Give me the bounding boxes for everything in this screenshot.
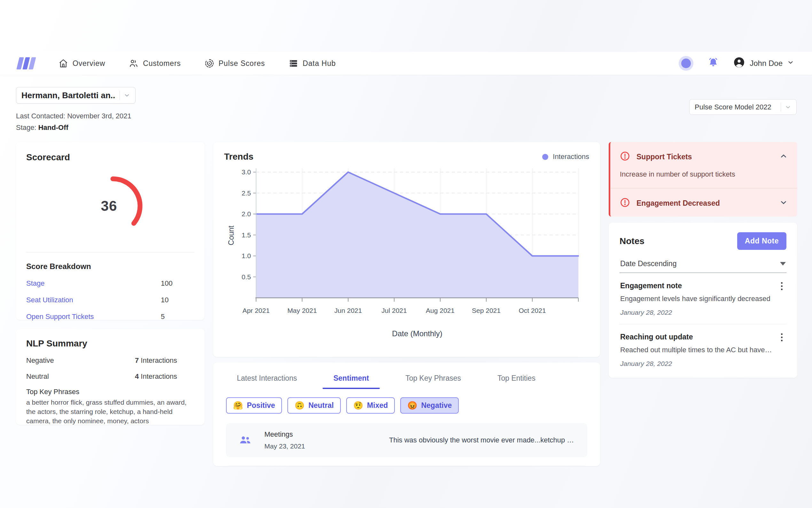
sort-dropdown-arrow-icon (780, 262, 786, 265)
stage-value: Hand-Off (38, 124, 68, 131)
legend-label: Interactions (553, 153, 589, 161)
home-icon (58, 58, 68, 68)
breakdown-value-stage: 100 (161, 279, 194, 288)
negative-emoji-icon: 😡 (407, 401, 417, 410)
note-body: Engagement levels have significantly dec… (620, 295, 774, 303)
status-indicator[interactable] (679, 56, 694, 71)
breakdown-row: Seat Utilization 10 (26, 296, 194, 304)
nlp-label-neutral: Neutral (26, 372, 135, 381)
nlp-row-negative: Negative 7 Interactions (26, 356, 194, 365)
tab-top-entities[interactable]: Top Entities (486, 372, 546, 389)
pulse-model-selector[interactable]: Pulse Score Model 2022 (689, 99, 797, 115)
breakdown-link-seat-utilization[interactable]: Seat Utilization (26, 296, 73, 304)
model-chevron-down-icon (785, 104, 791, 110)
scorecard-card: Scorecard 36 Score Breakdown Stage 100 S… (16, 142, 205, 320)
svg-text:Aug 2021: Aug 2021 (426, 307, 455, 314)
nlp-label-negative: Negative (26, 356, 135, 365)
nav-label-pulse-scores: Pulse Scores (219, 59, 265, 68)
tab-sentiment[interactable]: Sentiment (323, 372, 380, 389)
note-title: Reaching out update (620, 333, 786, 341)
breakdown-row: Stage 100 (26, 279, 194, 288)
trends-chart[interactable]: 0.51.01.52.02.53.0Apr 2021May 2021Jun 20… (224, 162, 589, 347)
nlp-count-neutral: 4 Interactions (135, 372, 177, 381)
filter-chip-positive[interactable]: 🤗 Positive (226, 397, 282, 414)
breakdown-link-open-support-tickets[interactable]: Open Support Tickets (26, 312, 94, 321)
nav-item-customers[interactable]: Customers (129, 58, 181, 68)
nav-item-overview[interactable]: Overview (58, 58, 105, 68)
svg-text:Count: Count (227, 225, 235, 245)
navbar-right: John Doe (679, 56, 794, 71)
avatar-icon (733, 56, 745, 70)
nlp-row-neutral: Neutral 4 Interactions (26, 372, 194, 381)
pulse-model-value: Pulse Score Model 2022 (695, 103, 777, 111)
interaction-list-item[interactable]: Meetings May 23, 2021 This was obviously… (226, 423, 587, 457)
user-menu[interactable]: John Doe (733, 56, 794, 70)
breakdown-row: Open Support Tickets 5 (26, 312, 194, 321)
svg-text:1.5: 1.5 (242, 231, 251, 239)
alert-exclamation-icon (620, 197, 630, 209)
interaction-type: Meetings (265, 430, 351, 438)
tab-latest-interactions[interactable]: Latest Interactions (226, 372, 308, 389)
pulse-icon (205, 58, 214, 68)
alert-body-support-tickets: Increase in number of support tickets (610, 170, 797, 188)
svg-text:Jun 2021: Jun 2021 (334, 307, 362, 314)
alert-engagement-decreased[interactable]: Engagement Decreased (610, 188, 797, 217)
primary-nav: Overview Customers Pulse Scores Data Hub (58, 58, 336, 68)
nav-label-customers: Customers (143, 59, 181, 68)
alerts-panel: Support Tickets Increase in number of su… (609, 142, 797, 217)
breakdown-link-stage[interactable]: Stage (26, 279, 45, 288)
alert-chevron-up-icon[interactable] (779, 152, 788, 162)
filter-chip-negative[interactable]: 😡 Negative (400, 397, 459, 414)
customer-selector[interactable]: Hermann, Bartoletti an... (16, 87, 136, 103)
note-body: Reached out multiple times to the AC but… (620, 346, 774, 354)
add-note-button[interactable]: Add Note (737, 232, 786, 250)
customer-header-row: Hermann, Bartoletti an... Last Contacted… (16, 87, 797, 132)
data-hub-icon (289, 58, 298, 68)
alert-chevron-down-icon[interactable] (779, 198, 788, 208)
breakdown-value-seat-utilization: 10 (161, 296, 194, 304)
filter-chip-neutral[interactable]: 🙃 Neutral (287, 397, 340, 414)
trends-header: Trends Interactions (224, 152, 589, 162)
nlp-count-negative: 7 Interactions (135, 356, 177, 365)
note-item[interactable]: Engagement note Engagement levels have s… (620, 273, 786, 324)
svg-text:May 2021: May 2021 (287, 307, 317, 314)
note-date: January 28, 2022 (620, 360, 786, 368)
nav-item-data-hub[interactable]: Data Hub (289, 58, 336, 68)
svg-text:Oct 2021: Oct 2021 (519, 307, 546, 314)
last-contacted-value: November 3rd, 2021 (67, 112, 131, 120)
customers-icon (129, 58, 138, 68)
filter-chip-mixed[interactable]: 🤨 Mixed (346, 397, 395, 414)
nav-item-pulse-scores[interactable]: Pulse Scores (205, 58, 265, 68)
notifications-bell-icon[interactable] (708, 57, 719, 70)
svg-text:3.0: 3.0 (242, 168, 251, 176)
tab-top-key-phrases[interactable]: Top Key Phrases (394, 372, 472, 389)
svg-text:Apr 2021: Apr 2021 (242, 307, 270, 314)
app-logo[interactable] (18, 57, 36, 70)
gauge-score-value: 36 (101, 198, 117, 214)
score-breakdown-title: Score Breakdown (26, 262, 194, 271)
svg-text:Jul 2021: Jul 2021 (381, 307, 407, 314)
interactions-card: Latest Interactions Sentiment Top Key Ph… (213, 363, 600, 466)
note-kebab-menu-icon[interactable] (779, 331, 784, 343)
neutral-emoji-icon: 🙃 (294, 401, 304, 410)
customer-chevron-down-icon (124, 92, 130, 98)
score-gauge: 36 (26, 164, 194, 248)
note-title: Engagement note (620, 282, 786, 290)
interaction-list-item-partial[interactable] (226, 465, 587, 466)
note-kebab-menu-icon[interactable] (779, 280, 784, 292)
breakdown-value-open-support-tickets: 5 (161, 312, 194, 321)
dashboard-grid: Scorecard 36 Score Breakdown Stage 100 S… (16, 142, 797, 466)
legend-dot-icon (542, 154, 548, 160)
notes-title: Notes (620, 236, 644, 246)
alert-exclamation-icon (620, 151, 630, 163)
note-item[interactable]: Reaching out update Reached out multiple… (620, 324, 786, 375)
user-name: John Doe (750, 59, 782, 68)
notes-sort-select[interactable]: Date Descending (620, 259, 786, 273)
scorecard-divider (26, 252, 194, 252)
page-content: Hermann, Bartoletti an... Last Contacted… (0, 75, 812, 466)
alert-support-tickets[interactable]: Support Tickets (610, 142, 797, 170)
nlp-summary-title: NLP Summary (26, 338, 194, 349)
interaction-meta: Meetings May 23, 2021 (265, 430, 351, 450)
positive-emoji-icon: 🤗 (233, 401, 243, 410)
page-top-band (0, 0, 812, 52)
